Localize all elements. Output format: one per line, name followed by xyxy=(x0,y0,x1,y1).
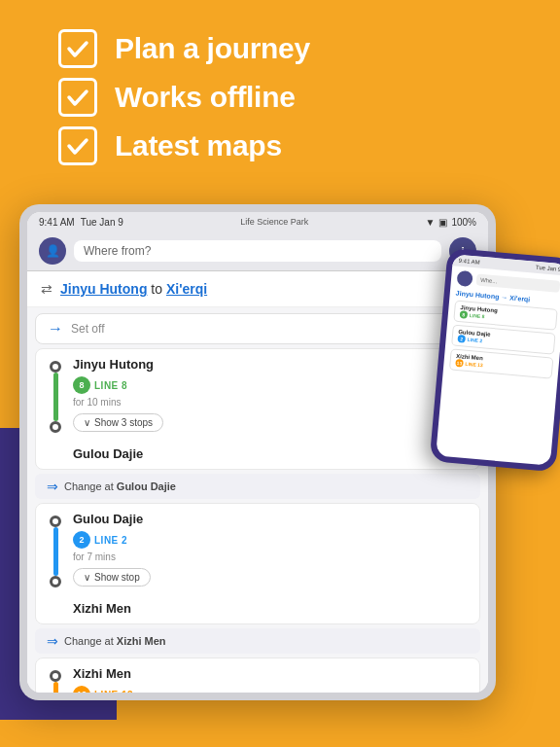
phone-day: Tue Jan 9 xyxy=(536,265,560,272)
line-name-2: LINE 2 xyxy=(94,535,127,546)
wifi-icon: ▼ xyxy=(426,217,436,228)
battery-icon: ▣ xyxy=(438,217,447,228)
journey-content: → Set off Jinyu Hutong xyxy=(27,307,488,693)
duration-2: for 7 mins xyxy=(73,551,468,562)
phone-line-name-3: LINE 13 xyxy=(465,361,483,369)
change-arrows-icon-1: ⇒ xyxy=(47,479,58,494)
change-label-1: Change at xyxy=(64,480,114,492)
device-mockup-section: 9:41 AM Tue Jan 9 Life Science Park ▼ ▣ … xyxy=(0,195,560,720)
status-bar: 9:41 AM Tue Jan 9 Life Science Park ▼ ▣ … xyxy=(27,212,488,231)
phone-mockup: 9:41 AM Tue Jan 9 Whe... Jinyu Hutong → … xyxy=(430,248,560,472)
route-from[interactable]: Jinyu Hutong xyxy=(60,281,147,297)
swap-icon[interactable]: ⇄ xyxy=(41,281,52,297)
phone-line-dot-1: 8 xyxy=(460,310,469,319)
status-location: Life Science Park xyxy=(240,217,308,227)
offline-label: Works offline xyxy=(115,81,296,114)
line-bar-1 xyxy=(53,373,58,421)
change-text-1: Change at Gulou Dajie xyxy=(64,480,176,492)
end-station-2: Xizhi Men xyxy=(36,595,479,623)
search-bar[interactable]: Where from? xyxy=(74,240,441,262)
avatar: 👤 xyxy=(39,237,66,265)
line-badge-1: 8 LINE 8 xyxy=(73,376,127,394)
feature-offline: Works offline xyxy=(58,78,502,117)
tablet-mockup: 9:41 AM Tue Jan 9 Life Science Park ▼ ▣ … xyxy=(19,204,496,700)
station-dot-top-3 xyxy=(50,670,61,682)
avatar-icon: 👤 xyxy=(46,244,60,258)
segment-inner-3: Xizhi Men 13 LINE 13 for 20 mins ∨ Show … xyxy=(36,658,479,693)
route-to[interactable]: Xi'erqi xyxy=(166,281,207,297)
change-label-2: Change at xyxy=(64,635,114,647)
station-dot-top-1 xyxy=(50,361,61,373)
line-name-1: LINE 8 xyxy=(94,380,127,391)
line-track-1 xyxy=(48,357,63,433)
phone-search-text: Whe... xyxy=(480,277,498,284)
plan-label: Plan a journey xyxy=(115,32,310,65)
status-right: ▼ ▣ 100% xyxy=(426,217,476,228)
change-arrows-icon-2: ⇒ xyxy=(47,633,58,649)
maps-checkbox-icon xyxy=(58,126,97,165)
station-dot-top-2 xyxy=(50,516,61,527)
show-stops-button-2[interactable]: ∨ Show stop xyxy=(73,568,151,587)
segment-details-1: Jinyu Hutong 8 LINE 8 for 10 mins ∨ Show… xyxy=(73,357,468,433)
phone-search: Whe... xyxy=(476,273,560,292)
show-stops-button-1[interactable]: ∨ Show 3 stops xyxy=(73,413,163,432)
change-text-2: Change at Xizhi Men xyxy=(64,635,166,647)
status-time: 9:41 AM xyxy=(39,217,75,228)
line-circle-2: 2 xyxy=(73,531,90,549)
status-day: Tue Jan 9 xyxy=(81,217,123,228)
start-station-3: Xizhi Men xyxy=(73,666,468,681)
change-station-name-2: Xizhi Men xyxy=(117,635,166,647)
segment-card-1: Jinyu Hutong 8 LINE 8 for 10 mins ∨ Show… xyxy=(35,348,480,470)
start-station-2: Gulou Dajie xyxy=(73,512,468,526)
phone-line-name-2: LINE 2 xyxy=(467,337,482,343)
feature-plan: Plan a journey xyxy=(58,29,502,68)
segment-card-2: Gulou Dajie 2 LINE 2 for 7 mins ∨ Show s… xyxy=(35,503,480,624)
show-stops-label-1: Show 3 stops xyxy=(94,417,153,428)
segment-inner-2: Gulou Dajie 2 LINE 2 for 7 mins ∨ Show s… xyxy=(36,504,479,595)
route-separator: to xyxy=(151,281,166,297)
chevron-down-icon-2: ∨ xyxy=(84,572,90,583)
phone-screen: 9:41 AM Tue Jan 9 Whe... Jinyu Hutong → … xyxy=(436,254,560,465)
search-placeholder: Where from? xyxy=(84,244,151,258)
show-stops-label-2: Show stop xyxy=(94,572,140,583)
segment-details-2: Gulou Dajie 2 LINE 2 for 7 mins ∨ Show s… xyxy=(73,512,468,587)
start-station-1: Jinyu Hutong xyxy=(73,357,468,372)
phone-avatar xyxy=(456,270,472,287)
battery-level: 100% xyxy=(451,217,476,228)
end-station-1: Gulou Dajie xyxy=(36,441,479,469)
journey-route: Jinyu Hutong to Xi'erqi xyxy=(60,281,207,297)
journey-header: ⇄ Jinyu Hutong to Xi'erqi ✕ xyxy=(27,271,488,307)
station-dot-bottom-1 xyxy=(50,421,61,433)
station-dot-bottom-2 xyxy=(50,576,61,587)
phone-time: 9:41 AM xyxy=(458,258,479,266)
line-track-3 xyxy=(48,666,63,693)
phone-line-dot-3: 13 xyxy=(455,359,464,368)
tablet-screen: 9:41 AM Tue Jan 9 Life Science Park ▼ ▣ … xyxy=(27,212,488,693)
change-row-2: ⇒ Change at Xizhi Men xyxy=(35,628,480,654)
maps-label: Latest maps xyxy=(115,129,282,162)
phone-line-name-1: LINE 8 xyxy=(470,312,485,319)
line-badge-3: 13 LINE 13 xyxy=(73,686,133,693)
segment-details-3: Xizhi Men 13 LINE 13 for 20 mins ∨ Show … xyxy=(73,666,468,693)
duration-1: for 10 mins xyxy=(73,397,468,408)
offline-checkbox-icon xyxy=(58,78,97,117)
phone-content: Whe... Jinyu Hutong → Xi'erqi Jinyu Huto… xyxy=(442,266,560,386)
chevron-down-icon-1: ∨ xyxy=(84,417,90,428)
line-badge-2: 2 LINE 2 xyxy=(73,531,127,549)
features-section: Plan a journey Works offline Latest maps xyxy=(0,0,560,195)
set-off-label: Set off xyxy=(71,322,104,336)
line-circle-3: 13 xyxy=(73,686,90,693)
line-track-2 xyxy=(48,512,63,587)
set-off-arrow-icon: → xyxy=(48,320,63,338)
set-off-row[interactable]: → Set off xyxy=(35,313,480,344)
app-header: 👤 Where from? i xyxy=(27,231,488,271)
line-bar-3 xyxy=(53,682,58,693)
feature-maps: Latest maps xyxy=(58,126,502,165)
status-left: 9:41 AM Tue Jan 9 xyxy=(39,217,123,228)
change-station-name-1: Gulou Dajie xyxy=(117,480,176,492)
line-name-3: LINE 13 xyxy=(94,690,133,694)
line-circle-1: 8 xyxy=(73,376,90,394)
phone-line-dot-2: 2 xyxy=(457,335,466,343)
segment-card-3: Xizhi Men 13 LINE 13 for 20 mins ∨ Show … xyxy=(35,658,480,693)
segment-inner-1: Jinyu Hutong 8 LINE 8 for 10 mins ∨ Show… xyxy=(36,349,479,441)
